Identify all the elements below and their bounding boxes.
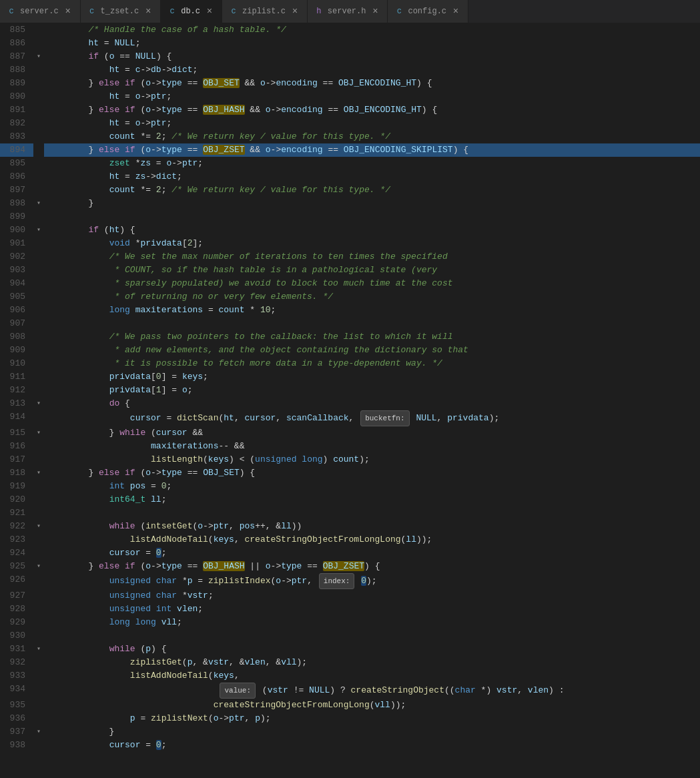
- line-content-927: unsigned char *vstr;: [44, 589, 700, 603]
- code-line-932: 932 ziplistGet(p, &vstr, &vlen, &vll);: [0, 656, 700, 669]
- line-num-931: 931: [0, 643, 33, 656]
- line-content-901: void *privdata[2];: [44, 237, 700, 250]
- close-tab-t-zset-c[interactable]: ×: [143, 6, 153, 17]
- line-content-915: } while (cursor &&: [44, 426, 700, 440]
- line-num-913: 913: [0, 397, 33, 410]
- line-num-927: 927: [0, 589, 33, 603]
- code-line-937: 937 ▾ }: [0, 725, 700, 739]
- fold-901: [33, 237, 44, 250]
- fold-933: [33, 669, 44, 683]
- line-content-909: * add new elements, and the object conta…: [44, 344, 700, 357]
- code-line-929: 929 long long vll;: [0, 616, 700, 629]
- line-num-920: 920: [0, 493, 33, 506]
- line-num-888: 888: [0, 63, 33, 77]
- code-line-930: 930: [0, 629, 700, 643]
- line-content-892: ht = o->ptr;: [44, 117, 700, 130]
- line-content-934: value: (vstr != NULL) ? createStringObje…: [44, 683, 700, 699]
- fold-893: [33, 130, 44, 143]
- code-line-901: 901 void *privdata[2];: [0, 237, 700, 250]
- line-content-890: ht = o->ptr;: [44, 90, 700, 103]
- code-line-904: 904 * sparsely populated) we avoid to bl…: [0, 277, 700, 290]
- fold-895: [33, 157, 44, 170]
- fold-921: [33, 506, 44, 520]
- line-num-912: 912: [0, 384, 33, 397]
- code-line-896: 896 ht = zs->dict;: [0, 170, 700, 183]
- file-icon-t-zset-c: c: [87, 7, 97, 16]
- fold-891: [33, 103, 44, 117]
- close-tab-ziplist-c[interactable]: ×: [290, 6, 300, 17]
- fold-912: [33, 384, 44, 397]
- fold-914: [33, 410, 44, 426]
- fold-904: [33, 277, 44, 290]
- code-line-885: 885 /* Handle the case of a hash table. …: [0, 23, 700, 37]
- tab-db-c[interactable]: c db.c ×: [161, 0, 222, 23]
- code-line-894: 894 } else if (o->type == OBJ_ZSET && o-…: [0, 143, 700, 157]
- line-content-928: unsigned int vlen;: [44, 603, 700, 616]
- fold-898[interactable]: ▾: [33, 197, 44, 210]
- line-content-893: count *= 2; /* We return key / value for…: [44, 130, 700, 143]
- fold-925[interactable]: ▾: [33, 560, 44, 573]
- fold-900[interactable]: ▾: [33, 224, 44, 237]
- tab-t-zset-c[interactable]: c t_zset.c ×: [81, 0, 161, 23]
- line-content-920: int64_t ll;: [44, 493, 700, 506]
- code-line-900: 900 ▾ if (ht) {: [0, 224, 700, 237]
- line-content-913: do {: [44, 397, 700, 410]
- line-num-932: 932: [0, 656, 33, 669]
- line-content-885: /* Handle the case of a hash table. */: [44, 23, 700, 37]
- line-content-935: createStringObjectFromLongLong(vll));: [44, 699, 700, 712]
- fold-920: [33, 493, 44, 506]
- close-tab-db-c[interactable]: ×: [204, 6, 215, 17]
- line-num-936: 936: [0, 712, 33, 725]
- code-line-919: 919 int pos = 0;: [0, 480, 700, 493]
- fold-905: [33, 290, 44, 304]
- code-line-899: 899: [0, 210, 700, 224]
- tab-config-c[interactable]: c config.c ×: [388, 0, 468, 23]
- line-content-898: }: [44, 197, 700, 210]
- line-num-922: 922: [0, 520, 33, 533]
- line-num-904: 904: [0, 277, 33, 290]
- line-num-890: 890: [0, 90, 33, 103]
- code-area[interactable]: 885 /* Handle the case of a hash table. …: [0, 23, 700, 778]
- line-num-897: 897: [0, 183, 33, 197]
- code-line-925: 925 ▾ } else if (o->type == OBJ_HASH || …: [0, 560, 700, 573]
- fold-928: [33, 603, 44, 616]
- fold-887[interactable]: ▾: [33, 50, 44, 63]
- line-num-915: 915: [0, 426, 33, 440]
- line-content-921: [44, 506, 700, 520]
- line-num-887: 887: [0, 50, 33, 63]
- line-content-918: } else if (o->type == OBJ_SET) {: [44, 466, 700, 480]
- fold-938: [33, 739, 44, 752]
- code-line-889: 889 } else if (o->type == OBJ_SET && o->…: [0, 77, 700, 90]
- code-line-927: 927 unsigned char *vstr;: [0, 589, 700, 603]
- code-line-931: 931 ▾ while (p) {: [0, 643, 700, 656]
- fold-916: [33, 440, 44, 453]
- line-num-925: 925: [0, 560, 33, 573]
- line-num-898: 898: [0, 197, 33, 210]
- code-line-888: 888 ht = c->db->dict;: [0, 63, 700, 77]
- fold-922[interactable]: ▾: [33, 520, 44, 533]
- close-tab-server-c[interactable]: ×: [63, 6, 73, 17]
- fold-902: [33, 250, 44, 264]
- fold-931[interactable]: ▾: [33, 643, 44, 656]
- line-content-923: listAddNodeTail(keys, createStringObject…: [44, 533, 700, 546]
- code-line-921: 921: [0, 506, 700, 520]
- fold-937[interactable]: ▾: [33, 725, 44, 739]
- fold-918[interactable]: ▾: [33, 466, 44, 480]
- line-num-926: 926: [0, 573, 33, 589]
- fold-926: [33, 573, 44, 589]
- tab-label-db-c: db.c: [181, 7, 200, 16]
- fold-913[interactable]: ▾: [33, 397, 44, 410]
- line-content-912: privdata[1] = o;: [44, 384, 700, 397]
- close-tab-server-h[interactable]: ×: [370, 6, 380, 17]
- app-container: c server.c × c t_zset.c × c db.c × c zip…: [0, 0, 700, 778]
- fold-906: [33, 304, 44, 317]
- fold-910: [33, 357, 44, 370]
- fold-915[interactable]: ▾: [33, 426, 44, 440]
- close-tab-config-c[interactable]: ×: [450, 6, 461, 17]
- code-line-902: 902 /* We set the max number of iteratio…: [0, 250, 700, 264]
- fold-896: [33, 170, 44, 183]
- tab-ziplist-c[interactable]: c ziplist.c ×: [222, 0, 308, 23]
- code-line-892: 892 ht = o->ptr;: [0, 117, 700, 130]
- tab-server-h[interactable]: h server.h ×: [308, 0, 388, 23]
- tab-server-c[interactable]: c server.c ×: [0, 0, 81, 23]
